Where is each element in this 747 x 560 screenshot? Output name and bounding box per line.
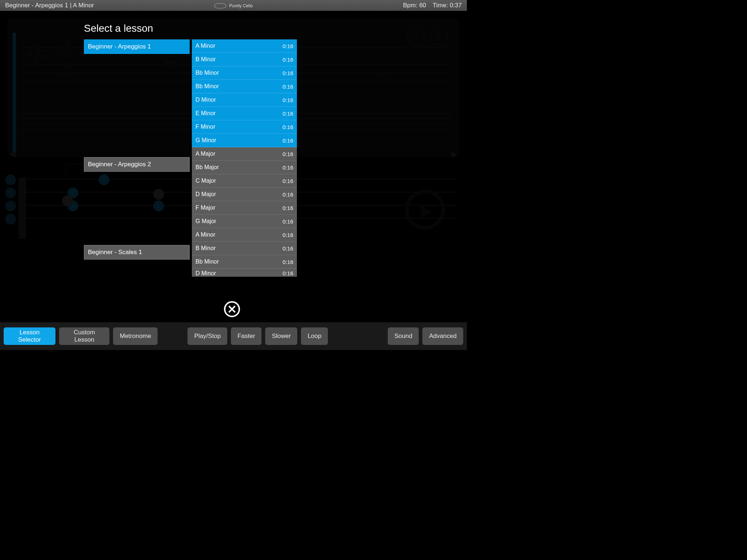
lesson-name: A Minor (196, 43, 215, 49)
lesson-duration: 0:16 (283, 191, 293, 198)
top-status-bar: Beginner - Arpeggios 1 | A Minor Purely … (0, 0, 467, 11)
lesson-item[interactable]: B Minor0:16 (192, 53, 297, 66)
bottom-toolbar: Lesson Selector Custom Lesson Metronome … (0, 322, 467, 350)
slower-button[interactable]: Slower (265, 327, 297, 345)
lesson-name: C Major (196, 178, 216, 184)
custom-lesson-button[interactable]: Custom Lesson (59, 327, 110, 345)
category-column: Beginner - Arpeggios 1Beginner - Arpeggi… (84, 39, 190, 304)
time-readout: Time: 0:37 (433, 2, 462, 9)
metronome-button[interactable]: Metronome (113, 327, 158, 345)
lesson-item[interactable]: A Minor0:16 (192, 228, 297, 242)
cello-logo-icon (214, 3, 227, 8)
lesson-duration: 0:16 (283, 232, 293, 238)
lesson-name: Bb Major (196, 164, 219, 171)
lesson-name: B Minor (196, 56, 216, 63)
lesson-item[interactable]: E Minor0:16 (192, 107, 297, 120)
lesson-name: E Minor (196, 110, 216, 117)
lesson-name: Bb Minor (196, 258, 219, 265)
lesson-name: Bb Minor (196, 83, 219, 90)
lesson-duration: 0:16 (283, 151, 293, 157)
lesson-name: F Major (196, 205, 215, 211)
modal-title: Select a lesson (84, 23, 361, 34)
lesson-duration: 0:16 (283, 43, 293, 49)
lesson-name: Bb Minor (196, 70, 219, 76)
sound-button[interactable]: Sound (388, 327, 419, 345)
brand-name: Purely Cello (229, 3, 253, 8)
category-item[interactable]: Beginner - Arpeggios 2 (84, 157, 190, 172)
lesson-selector-modal: Select a lesson Beginner - Arpeggios 1Be… (84, 23, 361, 304)
lesson-name: D Major (196, 191, 216, 198)
lesson-duration: 0:16 (283, 83, 293, 90)
lesson-item[interactable]: G Major0:16 (192, 215, 297, 228)
brand-logo: Purely Cello (214, 2, 253, 8)
lesson-item[interactable]: Bb Major0:16 (192, 161, 297, 174)
lesson-duration: 0:16 (283, 124, 293, 130)
lesson-duration: 0:16 (283, 178, 293, 184)
lesson-item[interactable]: A Minor0:16 (192, 39, 297, 53)
lesson-selector-button[interactable]: Lesson Selector (4, 327, 55, 345)
lesson-duration: 0:16 (283, 70, 293, 76)
faster-button[interactable]: Faster (231, 327, 262, 345)
stage: 𝄢 4 4 o T A B 11 ◀ ▶ 1st Position ADGC C… (0, 11, 467, 322)
lesson-name: F Minor (196, 124, 215, 130)
lesson-duration: 0:16 (283, 137, 293, 144)
play-stop-button[interactable]: Play/Stop (187, 327, 227, 345)
lesson-duration: 0:16 (283, 205, 293, 211)
close-modal-button[interactable] (224, 301, 240, 317)
lesson-name: D Minor (196, 270, 216, 277)
lesson-item[interactable]: Bb Minor0:16 (192, 80, 297, 93)
lesson-duration: 0:16 (283, 218, 293, 225)
lesson-item[interactable]: A Major0:16 (192, 147, 297, 161)
lesson-name: G Major (196, 218, 216, 225)
lesson-item[interactable]: Bb Minor0:16 (192, 255, 297, 269)
lesson-item[interactable]: F Major0:16 (192, 201, 297, 215)
lesson-item[interactable]: F Minor0:16 (192, 120, 297, 134)
advanced-button[interactable]: Advanced (422, 327, 463, 345)
lesson-duration: 0:16 (283, 245, 293, 252)
lesson-name: G Minor (196, 137, 216, 144)
category-item[interactable]: Beginner - Scales 1 (84, 245, 190, 260)
bpm-readout: Bpm: 60 (403, 2, 426, 9)
lesson-name: B Minor (196, 245, 216, 252)
loop-button[interactable]: Loop (301, 327, 328, 345)
lesson-duration: 0:16 (283, 57, 293, 63)
lesson-name: D Minor (196, 97, 216, 103)
lesson-item[interactable]: D Major0:16 (192, 188, 297, 201)
lesson-duration: 0:16 (283, 97, 293, 103)
lesson-name: A Major (196, 151, 215, 157)
lesson-item[interactable]: D Minor0:16 (192, 93, 297, 107)
lesson-duration: 0:16 (283, 259, 293, 265)
lesson-item[interactable]: G Minor0:16 (192, 134, 297, 147)
category-item[interactable]: Beginner - Arpeggios 1 (84, 39, 190, 54)
lesson-duration: 0:16 (283, 164, 293, 171)
lesson-duration: 0:16 (283, 110, 293, 117)
lesson-item[interactable]: Bb Minor0:16 (192, 66, 297, 80)
lesson-item[interactable]: D Minor0:16 (192, 269, 297, 277)
lesson-duration: 0:16 (283, 270, 293, 276)
lesson-item[interactable]: C Major0:16 (192, 174, 297, 188)
lesson-item[interactable]: B Minor0:16 (192, 242, 297, 255)
lesson-path: Beginner - Arpeggios 1 | A Minor (5, 2, 94, 9)
lesson-name: A Minor (196, 232, 215, 238)
lesson-column: A Minor0:16B Minor0:16Bb Minor0:16Bb Min… (192, 39, 297, 277)
